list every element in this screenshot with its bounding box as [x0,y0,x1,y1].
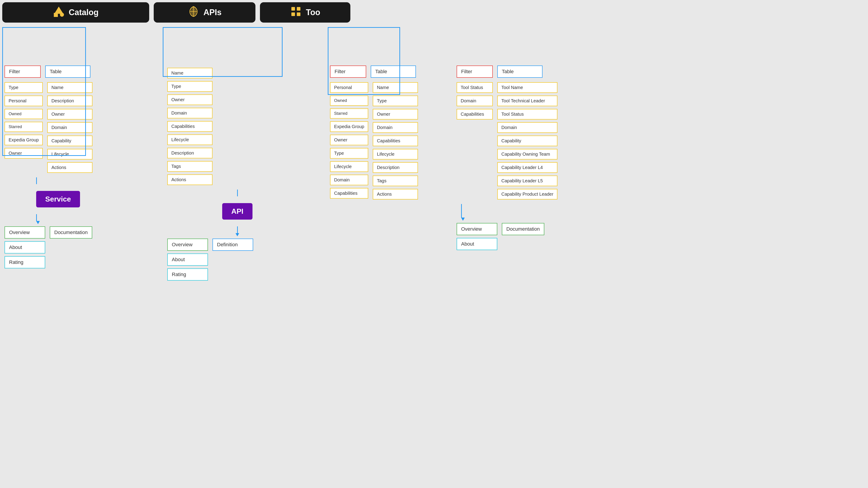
tools-field-capabilities: Capabilities [457,109,493,120]
bottom-rating-apis[interactable]: Rating [167,268,208,281]
entity-service[interactable]: Service [36,191,80,207]
cat2-rfield-owner: Owner [373,109,418,120]
connector-line-tools [461,204,462,218]
cat2-rfield-description: Description [373,162,418,173]
api-field-tags: Tags [167,161,213,172]
entity-api[interactable]: API [222,203,252,220]
tools-rfield-tech-leader: Tool Technical Leader [497,96,557,106]
cat2-field-type: Type [330,148,368,159]
field-description: Description [47,96,92,106]
cat2-rfield-name: Name [373,82,418,93]
api-field-type: Type [167,81,213,92]
bottom-documentation-catalog[interactable]: Documentation [50,226,92,238]
panel-catalog2: Filter Table Personal Owned Starred Expe… [326,25,438,285]
top-navigation: Catalog APIs Too [0,0,868,20]
bottom-left-tools: Overview About [457,223,497,250]
filter-input-catalog2[interactable]: Filter [330,66,366,78]
bottom-overview-tools[interactable]: Overview [457,223,497,235]
bottom-left-catalog: Overview About Rating [4,226,45,268]
tools-rfield-name: Tool Name [497,82,557,93]
svg-point-2 [60,13,64,17]
cat2-field-owner: Owner [330,135,368,145]
fields-right-catalog2: Name Type Owner Domain Capabilities Life… [373,82,418,199]
panel-tools: Filter Table Tool Status Domain Capabili… [452,25,565,285]
api-field-name: Name [167,68,213,78]
cat2-field-starred: Starred [330,108,368,119]
tools-rfield-leader-l4: Capability Leader L4 [497,162,557,173]
apis-icon [188,6,199,20]
field-name: Name [47,82,92,93]
fields-left-catalog2: Personal Owned Starred Expedia Group Own… [330,82,368,199]
svg-rect-6 [297,12,301,16]
cat2-field-personal: Personal [330,82,368,93]
arrow-down-tools [461,218,465,221]
field-actions: Actions [47,162,92,173]
bottom-right-tools: Documentation [502,223,544,250]
nav-apis[interactable]: APIs [154,2,255,23]
apis-title: APIs [204,8,221,17]
bottom-definition-apis[interactable]: Definition [213,238,253,251]
field-expedia-group: Expedia Group [4,135,43,145]
svg-rect-5 [291,12,295,16]
cat2-field-domain: Domain [330,175,368,185]
nav-catalog[interactable]: Catalog [2,2,149,23]
panel-catalog: Filter Table Type Personal Owned Starred… [0,25,149,285]
field-starred: Starred [4,122,43,132]
cat2-field-capabilities: Capabilities [330,188,368,199]
bottom-overview-apis[interactable]: Overview [167,238,208,251]
tools-field-domain: Domain [457,96,493,106]
table-input-catalog[interactable]: Table [45,66,90,78]
tools-rfield-domain: Domain [497,122,557,133]
fields-tools: Tool Status Domain Capabilities Tool Nam… [457,82,561,199]
table-input-catalog2[interactable]: Table [371,66,416,78]
cat2-rfield-type: Type [373,96,418,106]
fields-left-tools: Tool Status Domain Capabilities [457,82,493,199]
api-field-description: Description [167,148,213,158]
tools-rfield-capability: Capability [497,135,557,146]
catalog-icon [53,6,65,20]
tools-rfield-status: Tool Status [497,109,557,120]
api-field-actions: Actions [167,174,213,185]
bottom-overview-catalog[interactable]: Overview [4,226,45,238]
tools-icon [290,6,302,20]
bottom-right-apis: Definition [213,238,253,281]
tools-rfield-owning-team: Capability Owning Team [497,149,557,160]
bottom-items-apis: Overview About Rating Definition [167,238,307,281]
fields-right-apis: Name Type Owner Domain Capabilities Life… [167,68,213,185]
bottom-about-tools[interactable]: About [457,238,497,250]
fields-right-tools: Tool Name Tool Technical Leader Tool Sta… [497,82,557,199]
svg-rect-4 [297,7,301,11]
cat2-rfield-tags: Tags [373,175,418,186]
connector-line-apis2 [237,226,238,233]
fields-catalog: Type Personal Owned Starred Expedia Grou… [4,82,145,173]
tools-title: Too [306,8,320,17]
arrow-down-catalog [36,221,40,224]
filter-table-row-catalog2: Filter Table [330,66,434,78]
bottom-items-tools: Overview About Documentation [457,223,561,250]
table-input-tools[interactable]: Table [497,66,542,78]
catalog-title: Catalog [69,8,98,17]
tools-field-status: Tool Status [457,82,493,93]
bottom-documentation-tools[interactable]: Documentation [502,223,544,235]
cat2-field-lifecycle: Lifecycle [330,161,368,172]
field-owned: Owned [4,109,43,119]
field-capability: Capability [47,135,92,146]
bottom-items-catalog: Overview About Rating Documentation [4,226,145,268]
fields-catalog2: Personal Owned Starred Expedia Group Own… [330,82,434,199]
tools-rfield-product-leader: Capability Product Leader [497,189,557,199]
tools-connector [457,204,561,221]
filter-table-row-tools: Filter Table [457,66,561,78]
connector-line-catalog2 [36,214,37,221]
nav-tools[interactable]: Too [260,2,350,23]
main-area: Filter Table Type Personal Owned Starred… [0,20,868,290]
connector-line-apis [237,190,238,196]
filter-input-tools[interactable]: Filter [457,66,493,78]
bottom-about-catalog[interactable]: About [4,241,45,254]
api-field-capabilities: Capabilities [167,121,213,132]
filter-input-catalog[interactable]: Filter [4,66,41,78]
bottom-about-apis[interactable]: About [167,254,208,266]
fields-right-catalog: Name Description Owner Domain Capability… [47,82,92,173]
bottom-rating-catalog[interactable]: Rating [4,256,45,268]
cat2-field-expedia: Expedia Group [330,121,368,132]
field-type: Type [4,82,43,93]
